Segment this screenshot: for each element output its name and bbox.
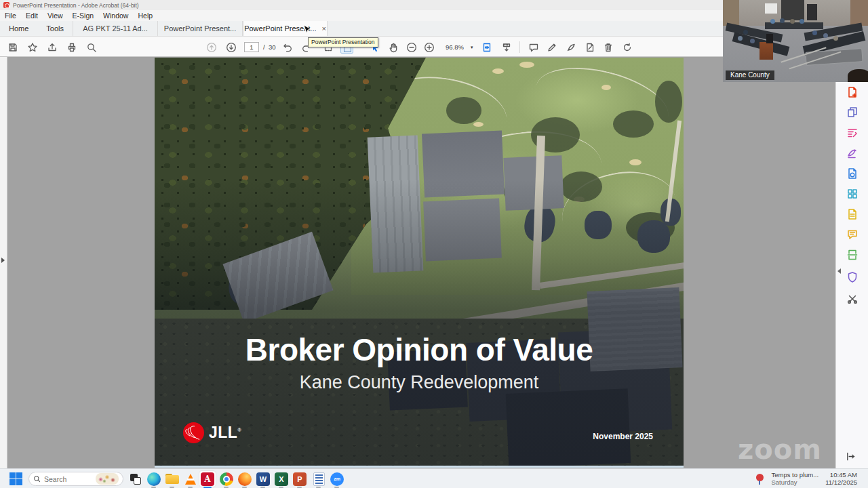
clock-time: 10:45 AM [825,471,857,479]
tab-tools[interactable]: Tools [37,21,73,36]
prepare-form-icon[interactable] [846,207,859,221]
tab-document-3-active[interactable]: PowerPoint Present... × [243,21,328,36]
rotate-pages-icon[interactable] [621,41,633,53]
acrobat-app-icon [3,2,9,8]
zoom-dropdown-caret-icon[interactable]: ▾ [471,45,473,50]
delete-pages-icon[interactable] [602,41,614,53]
tab-document-2[interactable]: PowerPoint Present... [158,21,243,36]
page-divider: / [263,43,265,51]
video-participant-label: Kane County [726,70,774,80]
protect-icon[interactable] [846,270,859,284]
zoom-level-value[interactable]: 96.8% [446,43,464,51]
weather-headline: Temps to plum... [771,471,818,479]
word-icon[interactable]: W [255,471,271,487]
file-explorer-icon[interactable] [164,471,180,487]
comment-tool-icon[interactable] [846,228,859,241]
left-navigation-pane[interactable] [0,57,7,468]
firefox-icon[interactable] [237,471,253,487]
attendee [770,19,775,24]
edge-icon[interactable] [146,471,162,487]
zoom-out-icon[interactable] [406,41,417,53]
tooltip: PowerPoint Presentation [308,37,378,47]
hand-pan-icon[interactable] [387,41,399,53]
page-down-icon[interactable] [225,41,237,53]
undo-icon[interactable] [281,41,293,53]
pencil-markup-icon[interactable] [546,41,557,53]
zoom-watermark: zoom [738,434,844,465]
system-tray: Temps to plum... Saturday 10:45 AM 11/12… [755,471,857,486]
menu-esign[interactable]: E-Sign [73,12,94,20]
search-highlight-art[interactable] [96,473,119,485]
notes-icon[interactable] [311,471,327,487]
edit-page-icon[interactable] [584,41,595,53]
create-pdf-icon[interactable] [846,85,859,99]
combine-files-icon[interactable] [846,106,859,119]
page-total: 30 [269,43,276,51]
menu-edit[interactable]: Edit [26,12,38,20]
slide-title: Broker Opinion of Value [155,331,684,368]
save-icon[interactable] [7,41,18,53]
clock-date: 11/12/2025 [825,479,857,486]
fill-sign-icon[interactable] [565,41,576,53]
pdf-page-slide[interactable]: Broker Opinion of Value Kane County Rede… [155,58,684,466]
menu-view[interactable]: View [47,12,63,20]
search-icon [33,475,41,483]
slide-subtitle: Kane County Redevelopment [155,372,684,393]
vlc-icon[interactable] [182,471,199,487]
start-button[interactable] [9,472,22,485]
right-tools-pane [835,57,868,468]
weather-day: Saturday [771,479,818,486]
jll-logo-icon [183,422,204,443]
podium-cart [760,42,773,60]
window-title: PowerPoint Presentation - Adobe Acrobat … [13,2,139,9]
taskbar-search[interactable] [28,472,123,486]
scrolling-mode-icon[interactable] [500,41,512,53]
menu-help[interactable]: Help [138,12,153,20]
fit-one-page-icon[interactable] [481,41,492,53]
acrobat-taskbar-icon[interactable]: A [199,471,216,487]
weather-icon[interactable] [755,473,764,485]
favorite-star-icon[interactable] [26,41,38,53]
excel-icon[interactable]: X [273,471,290,487]
tab-document-1[interactable]: AG PKT 25-11 Ad... [73,21,158,36]
powerpoint-icon[interactable]: P [292,471,308,487]
scan-ocr-icon[interactable] [846,248,859,262]
task-view-button[interactable] [127,471,144,487]
zoom-in-icon[interactable] [423,41,435,53]
open-pane-icon[interactable] [846,451,856,464]
menu-window[interactable]: Window [103,12,128,20]
next-page-edge [155,466,684,468]
taskbar-clock[interactable]: 10:45 AM 11/12/2025 [825,471,857,486]
doorway [781,0,804,20]
organize-pages-icon[interactable] [846,187,859,201]
whiteboard [765,3,777,14]
jll-logo-text: JLL® [209,424,241,442]
export-pdf-icon[interactable] [846,167,859,180]
edit-pdf-icon[interactable] [846,126,859,140]
zoom-app-icon[interactable]: zm [329,471,345,487]
menu-file[interactable]: File [5,12,16,20]
speaker [766,34,773,43]
slide-dark-overlay [155,58,684,466]
request-signatures-icon[interactable] [846,146,859,160]
more-tools-icon[interactable] [846,292,859,306]
tab-home[interactable]: Home [0,21,37,36]
weather-widget[interactable]: Temps to plum... Saturday [771,471,818,486]
slide-date: November 2025 [593,432,653,441]
chrome-icon[interactable] [218,471,235,487]
page-number-input[interactable] [244,42,259,52]
meeting-video-feed[interactable]: Kane County [723,0,868,82]
find-icon[interactable] [85,41,97,53]
page-up-icon[interactable] [205,41,217,53]
collapse-right-pane-icon[interactable] [837,268,841,274]
add-comment-icon[interactable] [528,41,539,53]
print-icon[interactable] [66,41,77,53]
mouse-cursor-icon [303,24,312,39]
tab-close-icon[interactable]: × [322,24,326,33]
screen: PowerPoint Presentation - Adobe Acrobat … [0,0,868,488]
share-icon[interactable] [46,41,58,53]
search-input[interactable] [44,475,89,483]
toolbar-divider [519,41,520,53]
expand-left-pane-icon[interactable] [1,258,5,263]
taskbar: A W X P zm Temps to plum... Saturday 10:… [0,468,868,488]
